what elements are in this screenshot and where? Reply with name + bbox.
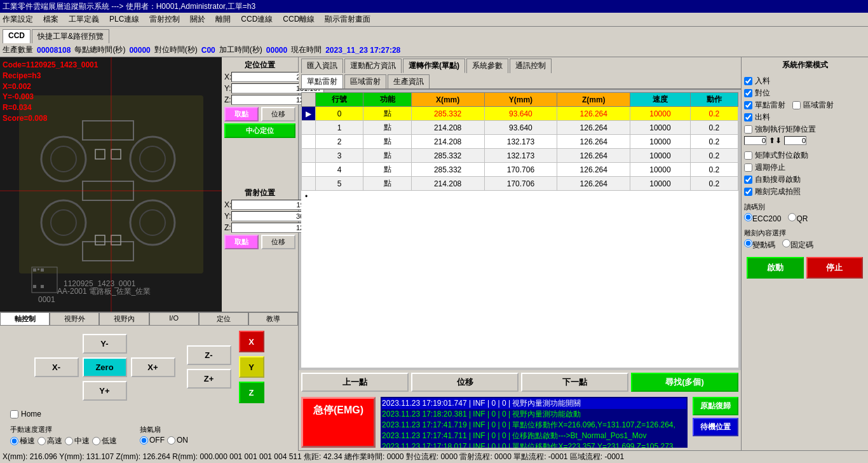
cb-input-material[interactable] xyxy=(744,77,752,85)
laser-x-label: X: xyxy=(224,200,231,209)
menu-item-plc[interactable]: PLC連線 xyxy=(109,14,139,25)
matrix-input-1[interactable] xyxy=(744,136,766,145)
menu-item-settings[interactable]: 作業設定 xyxy=(3,14,33,25)
cb-periodic-stop[interactable] xyxy=(744,163,752,172)
laser-z-row: Z: xyxy=(224,223,295,233)
menu-item-show-laser[interactable]: 顯示雷射畫面 xyxy=(325,14,370,25)
speed-option-2[interactable]: 中速 xyxy=(65,436,90,446)
y-colored-btn[interactable]: Y xyxy=(239,356,264,378)
matrix-input-2[interactable] xyxy=(784,136,806,145)
menu-item-laser[interactable]: 雷射控制 xyxy=(149,14,180,25)
table-extra-row: • xyxy=(301,191,738,202)
menu-item-ccd-connect[interactable]: CCD連線 xyxy=(241,14,273,25)
x-colored-btn[interactable]: X xyxy=(239,331,264,352)
table-row[interactable]: ▶ 0 點 285.332 93.640 126.264 10000 0.2 xyxy=(302,107,738,121)
move-point-btn[interactable]: 位移 xyxy=(411,373,519,392)
tab-comms[interactable]: 通訊控制 xyxy=(510,59,552,73)
x-minus-btn[interactable]: X- xyxy=(34,357,79,377)
svg-rect-25 xyxy=(41,268,44,272)
cb-auto-search[interactable] xyxy=(744,176,752,184)
take-point-btn-1[interactable]: 取點 xyxy=(224,107,259,121)
svg-rect-27 xyxy=(41,285,44,288)
tab-outside-view[interactable]: 視野外 xyxy=(50,312,99,326)
prod-val3: C00 xyxy=(201,46,215,55)
camera-pos-area: 0001 1120925_1423_0001 AA-2001 電路板_佐業_佐業 xyxy=(0,57,298,312)
row-z-cell: 126.264 xyxy=(557,135,630,149)
cb-single-laser[interactable] xyxy=(744,101,752,109)
menu-item-ccd-disconnect[interactable]: CCD離線 xyxy=(283,14,315,25)
svg-rect-23 xyxy=(33,268,36,272)
check-single-laser: 單點雷射 區域雷射 xyxy=(744,100,865,111)
engrave-variable[interactable]: 變動碼 xyxy=(744,239,775,251)
move-btn-1[interactable]: 位移 xyxy=(261,107,295,121)
laser-y-label: Y: xyxy=(224,212,231,221)
main-tabs: 匯入資訊 運動配方資訊 運轉作業(單點) 系統參數 通訊控制 xyxy=(299,57,741,73)
center-position-btn[interactable]: 中心定位 xyxy=(224,123,295,138)
fan-off[interactable]: OFF xyxy=(140,436,165,445)
z-plus-btn[interactable]: Z+ xyxy=(187,369,231,389)
table-row[interactable]: 2 點 214.208 132.173 126.264 10000 0.2 xyxy=(302,135,738,149)
next-point-btn[interactable]: 下一點 xyxy=(521,373,628,392)
tab-quick-workorder[interactable]: 快捷工單&路徑預覽 xyxy=(32,29,109,43)
tab-axis-control[interactable]: 軸控制 xyxy=(0,312,50,326)
tab-operation[interactable]: 運轉作業(單點) xyxy=(403,59,465,73)
cb-output[interactable] xyxy=(744,113,752,121)
barcode-qr[interactable]: QR xyxy=(788,213,808,223)
tab-positioning[interactable]: 定位 xyxy=(199,312,248,326)
tab-motion[interactable]: 運動配方資訊 xyxy=(344,59,402,73)
y-minus-btn[interactable]: Y- xyxy=(83,334,127,354)
row-func-cell: 點 xyxy=(363,135,411,149)
speed-option-0[interactable]: 極速 xyxy=(10,436,35,446)
speed-title: 手動速度選擇 xyxy=(10,425,117,434)
cb-photo-complete[interactable] xyxy=(744,188,752,196)
speed-option-3[interactable]: 低速 xyxy=(92,436,117,446)
overlay-line3: X=0.002 xyxy=(3,81,98,92)
subtab-single-laser[interactable]: 單點雷射 xyxy=(301,74,343,88)
cb-positioning[interactable] xyxy=(744,89,752,97)
cb-area-laser-label: 區域雷射 xyxy=(803,100,834,111)
standby-btn[interactable]: 待機位置 xyxy=(693,418,738,436)
engrave-fixed[interactable]: 固定碼 xyxy=(782,239,813,251)
tab-ccd[interactable]: CCD xyxy=(3,29,31,43)
z-colored-btn[interactable]: Z xyxy=(239,382,264,403)
subtab-production[interactable]: 生產資訊 xyxy=(388,74,430,88)
tab-inside-view[interactable]: 視野內 xyxy=(99,312,149,326)
row-func-cell: 點 xyxy=(363,121,411,135)
cb-force-matrix[interactable] xyxy=(744,125,752,134)
barcode-ecc200[interactable]: ECC200 xyxy=(744,213,781,223)
subtab-area-laser[interactable]: 區域雷射 xyxy=(344,74,386,88)
menu-item-exit[interactable]: 離開 xyxy=(215,14,231,25)
row-action-cell: 0.2 xyxy=(690,177,738,191)
cb-area-laser[interactable] xyxy=(792,101,801,109)
table-row[interactable]: 4 點 285.332 170.706 126.264 10000 0.2 xyxy=(302,163,738,177)
cb-matrix-pos[interactable] xyxy=(744,151,752,160)
prev-point-btn[interactable]: 上一點 xyxy=(301,373,409,392)
menu-item-about[interactable]: 關於 xyxy=(190,14,205,25)
origin-btn[interactable]: 原點復歸 xyxy=(693,397,738,415)
move-btn-2[interactable]: 位移 xyxy=(261,235,295,249)
speed-option-1[interactable]: 高速 xyxy=(37,436,62,446)
z-minus-btn[interactable]: Z- xyxy=(187,345,231,365)
tab-teaching[interactable]: 教導 xyxy=(248,312,298,326)
take-point-btn-2[interactable]: 取點 xyxy=(224,235,259,249)
stop-btn[interactable]: 停止 xyxy=(806,257,864,279)
y-plus-btn[interactable]: Y+ xyxy=(83,381,127,401)
log-line: 2023.11.23 17:18:20.381 | INF | 0 | 0 | … xyxy=(382,409,686,420)
fan-on[interactable]: ON xyxy=(167,436,188,445)
find-multi-btn[interactable]: 尋找(多個) xyxy=(631,373,738,392)
tab-sysparams[interactable]: 系統參數 xyxy=(466,59,508,73)
zero-btn[interactable]: Zero xyxy=(83,357,127,377)
row-x-cell: 214.208 xyxy=(411,177,484,191)
table-row[interactable]: 5 點 214.208 170.706 126.264 10000 0.2 xyxy=(302,177,738,191)
x-plus-btn[interactable]: X+ xyxy=(131,357,175,377)
table-row[interactable]: 3 點 285.332 132.173 126.264 10000 0.2 xyxy=(302,149,738,163)
tab-import[interactable]: 匯入資訊 xyxy=(301,59,343,73)
menu-item-file[interactable]: 檔案 xyxy=(43,14,58,25)
tab-io[interactable]: I/O xyxy=(149,312,199,326)
start-btn[interactable]: 啟動 xyxy=(747,257,804,279)
overlay-line4: Y=-0.003 xyxy=(3,92,98,102)
home-checkbox[interactable] xyxy=(10,410,18,418)
menu-item-workorder[interactable]: 工單定義 xyxy=(69,14,99,25)
table-row[interactable]: 1 點 214.208 93.640 126.264 10000 0.2 xyxy=(302,121,738,135)
emg-button[interactable]: 急停(EMG) xyxy=(301,397,376,448)
